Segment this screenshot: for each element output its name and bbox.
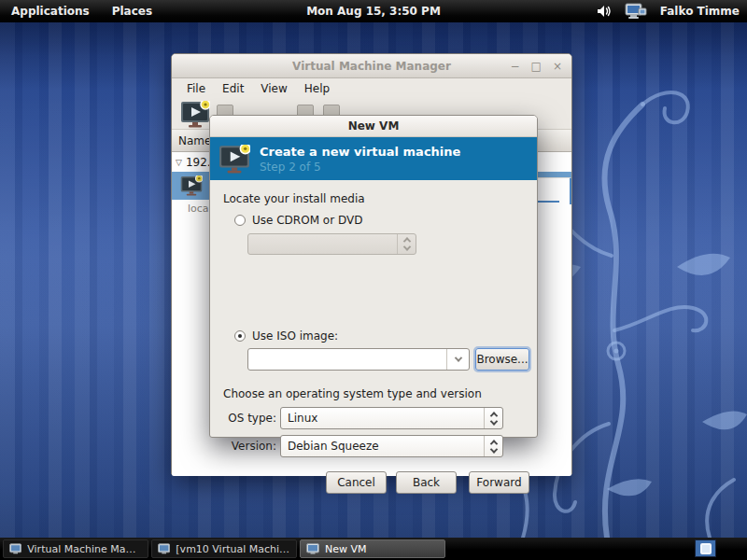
- taskbar-item-label: [vm10 Virtual Machine]: [176, 543, 290, 555]
- dialog-title: New VM: [348, 119, 400, 133]
- host-row-label: 192.: [186, 156, 211, 169]
- vmm-menubar: File Edit View Help: [172, 78, 571, 99]
- iso-path-combo-entry: [247, 348, 470, 371]
- dialog-header: Create a new virtual machine Step 2 of 5: [210, 137, 537, 180]
- dropdown-arrow-icon: [454, 354, 461, 361]
- window-icon: [158, 543, 170, 554]
- iso-path-input[interactable]: [248, 349, 446, 370]
- iso-radio-row[interactable]: Use ISO image:: [234, 329, 338, 343]
- workspace-window-thumbnail: [700, 543, 712, 554]
- menu-view[interactable]: View: [253, 80, 294, 97]
- vm-icon: [180, 175, 203, 196]
- workspace-switcher[interactable]: [695, 539, 716, 557]
- close-icon[interactable]: ×: [553, 61, 562, 72]
- forward-button[interactable]: Forward: [469, 471, 529, 494]
- taskbar-item-label: New VM: [325, 543, 367, 555]
- taskbar-item-new-vm[interactable]: New VM: [300, 539, 445, 558]
- back-button[interactable]: Back: [396, 471, 457, 494]
- cancel-button-label: Cancel: [337, 476, 375, 489]
- back-button-label: Back: [413, 476, 440, 489]
- chevron-down-icon: [489, 445, 497, 453]
- top-panel: Applications Places Mon Aug 15, 3:50 PM …: [0, 0, 747, 22]
- window-list-taskbar: Virtual Machine Mana... [vm10 Virtual Ma…: [0, 538, 747, 560]
- window-icon: [9, 543, 21, 554]
- spinner-icons: [397, 234, 416, 254]
- cdrom-device-combobox: [247, 233, 416, 255]
- menu-help[interactable]: Help: [297, 80, 337, 97]
- cancel-button[interactable]: Cancel: [326, 471, 387, 494]
- browse-button[interactable]: Browse...: [475, 348, 529, 371]
- os-type-combobox[interactable]: Linux: [280, 407, 503, 429]
- user-menu[interactable]: Falko Timme: [660, 5, 740, 18]
- taskbar-item-label: Virtual Machine Mana...: [27, 543, 142, 555]
- iso-radio-label: Use ISO image:: [252, 329, 338, 343]
- taskbar-item-vm10[interactable]: [vm10 Virtual Machine]: [151, 539, 297, 558]
- version-combobox[interactable]: Debian Squeeze: [280, 435, 503, 457]
- applications-menu[interactable]: Applications: [0, 0, 101, 22]
- chevron-down-icon: [402, 243, 410, 250]
- version-value: Debian Squeeze: [281, 440, 484, 453]
- name-column-label: Name: [178, 134, 211, 147]
- dialog-titlebar[interactable]: New VM: [210, 116, 537, 137]
- os-type-label: OS type:: [223, 412, 276, 425]
- cdrom-radio-row[interactable]: Use CDROM or DVD: [234, 214, 362, 227]
- minimize-icon[interactable]: −: [511, 61, 520, 72]
- taskbar-item-vmm[interactable]: Virtual Machine Mana...: [3, 539, 148, 558]
- new-vm-dialog: New VM Create a new virtual machine Step…: [209, 115, 538, 438]
- version-label: Version:: [223, 440, 276, 453]
- browse-button-label: Browse...: [476, 353, 528, 366]
- spinner-icons: [484, 436, 502, 456]
- menu-file[interactable]: File: [179, 80, 213, 97]
- volume-icon[interactable]: [597, 5, 612, 18]
- menu-edit[interactable]: Edit: [215, 80, 251, 97]
- new-vm-toolbar-icon[interactable]: [180, 101, 210, 128]
- vmm-titlebar[interactable]: Virtual Machine Manager − □ ×: [172, 54, 571, 78]
- forward-button-label: Forward: [476, 476, 521, 489]
- dialog-body: Locate your install media Use CDROM or D…: [210, 180, 537, 439]
- install-media-section-label: Locate your install media: [223, 192, 365, 205]
- maximize-icon[interactable]: □: [531, 61, 542, 72]
- computer-tray-icon[interactable]: [625, 3, 647, 20]
- chevron-down-icon: [489, 417, 497, 425]
- dialog-header-title: Create a new virtual machine: [260, 144, 460, 161]
- dialog-step-indicator: Step 2 of 5: [260, 161, 460, 174]
- iso-radio-button[interactable]: [234, 330, 246, 342]
- cdrom-radio-label: Use CDROM or DVD: [252, 214, 362, 227]
- expander-icon[interactable]: ▽: [176, 158, 182, 167]
- places-menu[interactable]: Places: [101, 0, 163, 22]
- iso-dropdown-button[interactable]: [446, 349, 469, 370]
- cdrom-radio-button[interactable]: [234, 215, 246, 226]
- os-section-label: Choose an operating system type and vers…: [223, 387, 482, 400]
- os-type-value: Linux: [281, 412, 484, 425]
- create-vm-icon: [218, 145, 250, 174]
- spinner-icons: [484, 408, 502, 428]
- window-icon: [306, 543, 319, 554]
